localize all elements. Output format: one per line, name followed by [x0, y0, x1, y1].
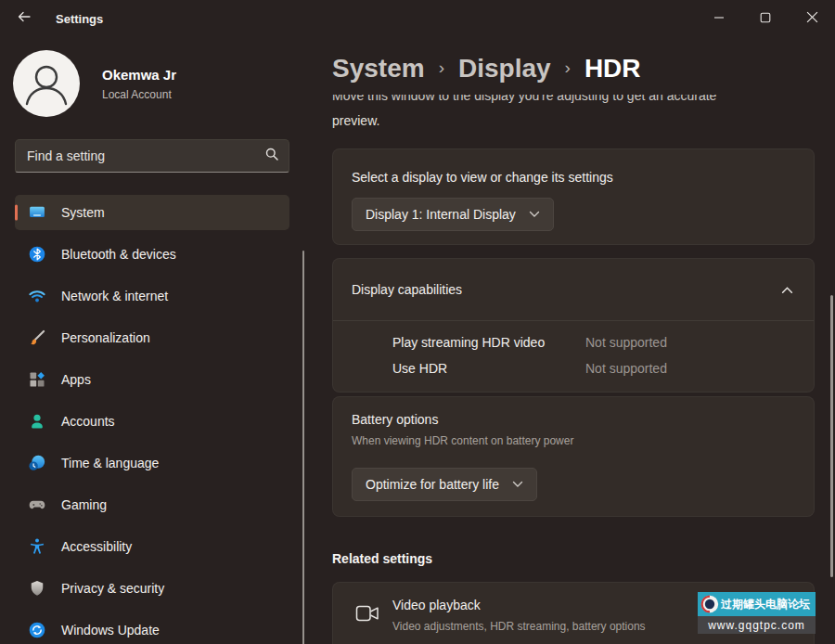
titlebar: Settings: [0, 0, 835, 37]
sidebar-item-bluetooth-devices[interactable]: Bluetooth & devices: [15, 237, 289, 272]
display-select-dropdown[interactable]: Display 1: Internal Display: [352, 198, 554, 231]
breadcrumb-system[interactable]: System: [332, 54, 425, 84]
sidebar-item-label: Privacy & security: [61, 581, 164, 596]
sidebar-item-personalization[interactable]: Personalization: [15, 320, 289, 355]
sidebar-item-label: Accessibility: [61, 539, 132, 554]
chevron-down-icon: [529, 211, 540, 218]
profile-account-type: Local Account: [102, 88, 176, 101]
capability-row-streaming-hdr: Play streaming HDR video Not supported: [392, 333, 667, 352]
display-capabilities-title: Display capabilities: [352, 282, 462, 297]
battery-options-subtitle: When viewing HDR content on battery powe…: [352, 434, 573, 447]
capability-row-use-hdr: Use HDR Not supported: [392, 359, 667, 378]
chevron-down-icon: [512, 481, 523, 488]
select-display-card: Select a display to view or change its s…: [332, 148, 815, 245]
profile-name: Okemwa Jr: [102, 67, 176, 83]
sidebar-item-label: Time & language: [61, 456, 159, 470]
watermark-url: www.gqgtpc.com: [708, 619, 805, 632]
chevron-right-icon: ›: [565, 58, 571, 78]
battery-options-value: Optimize for battery life: [366, 477, 499, 492]
system-icon: [28, 203, 46, 222]
display-capabilities-card: Display capabilities Play streaming HDR …: [332, 258, 815, 393]
display-capabilities-expander[interactable]: Display capabilities: [333, 259, 814, 320]
user-profile[interactable]: Okemwa Jr Local Account: [13, 50, 176, 117]
breadcrumb: System › Display › HDR: [332, 54, 641, 84]
watermark-text-cn: 过期罐头电脑论坛: [721, 597, 810, 612]
sidebar-item-label: Windows Update: [61, 623, 160, 638]
avatar: [13, 50, 80, 117]
main-content: System › Display › HDR Move this window …: [332, 37, 815, 644]
display-select-value: Display 1: Internal Display: [366, 207, 516, 222]
chevron-right-icon: ›: [439, 58, 444, 78]
search-icon: [264, 147, 279, 165]
minimize-icon: [713, 10, 725, 27]
page-title: HDR: [584, 54, 641, 84]
scrolled-text-preview: preview.: [332, 111, 379, 130]
sidebar-item-windows-update[interactable]: Windows Update: [15, 612, 289, 644]
sidebar-item-privacy-security[interactable]: Privacy & security: [15, 571, 289, 606]
accounts-person-icon: [28, 412, 46, 431]
capability-label: Use HDR: [392, 361, 585, 376]
video-playback-title: Video playback: [392, 598, 481, 612]
back-button[interactable]: [9, 6, 39, 32]
content-scrollbar[interactable]: [830, 295, 833, 577]
sidebar-item-gaming[interactable]: Gaming: [15, 487, 289, 522]
sidebar-item-apps[interactable]: Apps: [15, 362, 289, 397]
video-playback-subtitle: Video adjustments, HDR streaming, batter…: [392, 620, 646, 633]
selection-accent-pill: [15, 205, 18, 221]
sidebar-item-accessibility[interactable]: Accessibility: [15, 529, 289, 564]
close-button[interactable]: [789, 0, 835, 37]
search-input[interactable]: [27, 148, 264, 163]
divider: [333, 320, 814, 321]
globe-clock-icon: [28, 454, 46, 472]
sidebar-scrollbar[interactable]: [302, 251, 304, 644]
paintbrush-icon: [28, 328, 46, 347]
sidebar-item-system[interactable]: System: [15, 195, 289, 230]
capability-value: Not supported: [585, 361, 667, 376]
bluetooth-icon: [28, 245, 46, 264]
related-settings-heading: Related settings: [332, 551, 432, 566]
arrow-left-icon: [17, 9, 32, 28]
watermark-url-bar: www.gqgtpc.com: [698, 616, 816, 634]
sidebar-item-label: Personalization: [61, 330, 150, 345]
watermark-logo-icon: [700, 595, 719, 613]
update-arrows-icon: [28, 621, 46, 639]
battery-options-card: Battery options When viewing HDR content…: [332, 396, 815, 517]
capability-rows: Play streaming HDR video Not supported U…: [392, 333, 667, 385]
breadcrumb-display[interactable]: Display: [458, 54, 551, 84]
sidebar-item-accounts[interactable]: Accounts: [15, 404, 289, 439]
accessibility-person-icon: [28, 537, 46, 556]
sidebar: Okemwa Jr Local Account System: [0, 37, 306, 644]
chevron-up-icon: [781, 281, 793, 298]
apps-grid-icon: [28, 370, 46, 389]
sidebar-item-network-internet[interactable]: Network & internet: [15, 278, 289, 314]
sidebar-nav: System Bluetooth & devices Network & int…: [15, 195, 289, 644]
minimize-button[interactable]: [696, 0, 742, 37]
sidebar-item-label: Apps: [61, 372, 91, 387]
sidebar-item-label: Accounts: [61, 414, 115, 429]
video-camera-icon: [355, 604, 379, 623]
battery-options-title: Battery options: [352, 412, 438, 427]
watermark-banner: 过期罐头电脑论坛: [698, 592, 816, 616]
window-controls: [696, 0, 835, 37]
person-icon: [13, 50, 80, 117]
search-box: [15, 139, 289, 173]
gamepad-icon: [28, 496, 46, 514]
capability-value: Not supported: [585, 335, 667, 350]
sidebar-item-label: Network & internet: [61, 289, 168, 303]
watermark: 过期罐头电脑论坛 www.gqgtpc.com: [698, 592, 816, 634]
shield-icon: [28, 579, 46, 598]
wifi-icon: [28, 287, 46, 305]
sidebar-item-label: System: [61, 205, 105, 220]
sidebar-item-time-language[interactable]: Time & language: [15, 445, 289, 481]
battery-options-dropdown[interactable]: Optimize for battery life: [352, 468, 537, 501]
select-display-label: Select a display to view or change its s…: [352, 170, 613, 185]
close-icon: [806, 10, 818, 27]
capability-label: Play streaming HDR video: [392, 335, 585, 350]
maximize-button[interactable]: [742, 0, 789, 37]
sidebar-item-label: Gaming: [61, 497, 107, 512]
maximize-icon: [760, 10, 771, 27]
sidebar-item-label: Bluetooth & devices: [61, 247, 176, 262]
scrolled-clipped-text: Move this window to the display you're a…: [332, 95, 805, 106]
app-title: Settings: [56, 12, 103, 26]
